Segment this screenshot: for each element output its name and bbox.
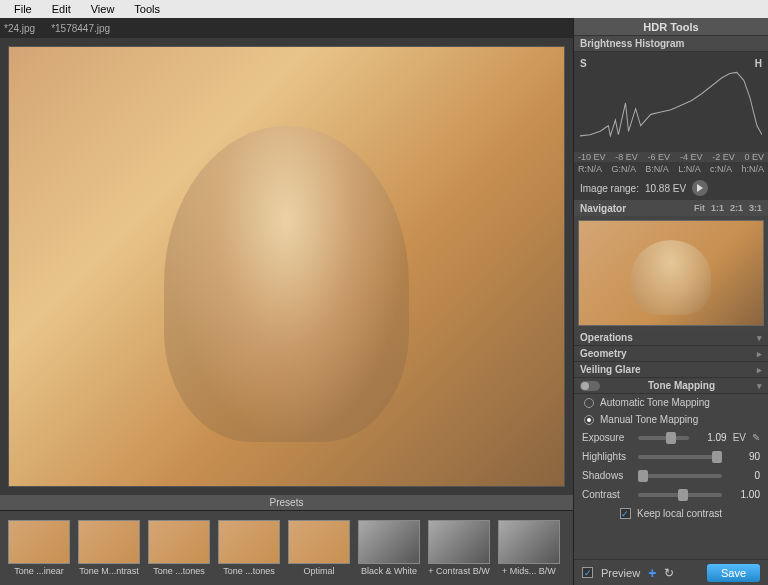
veiling-glare-header[interactable]: Veiling Glare▸ [574, 362, 768, 378]
preset-label: Tone M...ntrast [79, 566, 139, 576]
chevron-right-icon: ▸ [757, 365, 762, 375]
preset-label: Tone ...inear [14, 566, 64, 576]
preset-label: Optimal [303, 566, 334, 576]
contrast-label: Contrast [582, 489, 632, 500]
manual-tone-radio[interactable] [584, 415, 594, 425]
exposure-slider[interactable] [638, 436, 689, 440]
chevron-down-icon: ▾ [757, 381, 762, 391]
preset-item[interactable]: Black & White [356, 520, 422, 576]
image-range-row: Image range: 10.88 EV [574, 176, 768, 200]
exposure-label: Exposure [582, 432, 632, 443]
shadows-value: 0 [728, 470, 760, 481]
histogram-header: Brightness Histogram [574, 36, 768, 52]
contrast-slider[interactable] [638, 493, 722, 497]
presets-strip: Tone ...inearTone M...ntrastTone ...tone… [0, 511, 573, 585]
shadows-slider[interactable] [638, 474, 722, 478]
highlights-value: 90 [728, 451, 760, 462]
preset-item[interactable]: Optimal [286, 520, 352, 576]
channel-label: c:N/A [710, 164, 732, 174]
zoom-2-1[interactable]: 2:1 [730, 203, 743, 213]
ev-labels: -10 EV-8 EV-6 EV-4 EV-2 EV0 EV [574, 152, 768, 162]
preview-checkbox[interactable]: ✓ [582, 567, 593, 578]
auto-tone-label: Automatic Tone Mapping [600, 397, 710, 408]
manual-tone-row[interactable]: Manual Tone Mapping [574, 411, 768, 428]
preset-item[interactable]: Tone M...ntrast [76, 520, 142, 576]
tone-mapping-header[interactable]: Tone Mapping▾ [574, 378, 768, 394]
panel-title: HDR Tools [574, 18, 768, 36]
play-button[interactable] [692, 180, 708, 196]
channel-label: G:N/A [611, 164, 636, 174]
preset-thumb [358, 520, 420, 564]
keep-local-checkbox[interactable]: ✓ [620, 508, 631, 519]
highlights-label: Highlights [582, 451, 632, 462]
geometry-header[interactable]: Geometry▸ [574, 346, 768, 362]
right-panel: HDR Tools Brightness Histogram SH -10 EV… [573, 18, 768, 585]
brightness-histogram: SH [574, 52, 768, 152]
add-icon[interactable]: + [648, 565, 656, 581]
document-tabs: *24.jpg *1578447.jpg [0, 18, 573, 38]
menubar: File Edit View Tools [0, 0, 768, 18]
manual-tone-label: Manual Tone Mapping [600, 414, 698, 425]
preset-item[interactable]: + Mids... B/W [496, 520, 562, 576]
preset-label: + Contrast B/W [428, 566, 489, 576]
preset-item[interactable]: Tone ...tones [146, 520, 212, 576]
ev-label: -6 EV [648, 152, 671, 162]
preset-item[interactable]: + Contrast B/W [426, 520, 492, 576]
channel-label: R:N/A [578, 164, 602, 174]
tab-1[interactable]: *1578447.jpg [51, 23, 110, 34]
ev-label: -8 EV [615, 152, 638, 162]
keep-local-row[interactable]: ✓ Keep local contrast [574, 504, 768, 523]
contrast-row: Contrast 1.00 [574, 485, 768, 504]
shadows-row: Shadows 0 [574, 466, 768, 485]
menu-edit[interactable]: Edit [42, 3, 81, 15]
zoom-1-1[interactable]: 1:1 [711, 203, 724, 213]
menu-tools[interactable]: Tools [124, 3, 170, 15]
auto-tone-radio[interactable] [584, 398, 594, 408]
svg-marker-0 [697, 184, 703, 192]
preview-label: Preview [601, 567, 640, 579]
eyedropper-icon[interactable]: ✎ [752, 432, 760, 443]
preset-thumb [148, 520, 210, 564]
zoom-3-1[interactable]: 3:1 [749, 203, 762, 213]
menu-view[interactable]: View [81, 3, 125, 15]
channel-label: L:N/A [678, 164, 701, 174]
preset-label: Tone ...tones [153, 566, 205, 576]
channel-readouts: R:N/AG:N/AB:N/AL:N/Ac:N/Ah:N/A [574, 162, 768, 176]
navigator-thumbnail[interactable] [578, 220, 764, 326]
save-button[interactable]: Save [707, 564, 760, 582]
preset-item[interactable]: Tone ...tones [216, 520, 282, 576]
preset-thumb [498, 520, 560, 564]
tone-toggle[interactable] [580, 381, 600, 391]
chevron-right-icon: ▸ [757, 349, 762, 359]
menu-file[interactable]: File [4, 3, 42, 15]
panel-footer: ✓ Preview + ↻ Save [574, 559, 768, 585]
preset-label: Tone ...tones [223, 566, 275, 576]
navigator-title: Navigator [580, 203, 626, 214]
operations-header[interactable]: Operations▾ [574, 330, 768, 346]
ev-label: -10 EV [578, 152, 606, 162]
highlights-slider[interactable] [638, 455, 722, 459]
contrast-value: 1.00 [728, 489, 760, 500]
preset-thumb [218, 520, 280, 564]
preset-label: + Mids... B/W [502, 566, 556, 576]
shadows-label: Shadows [582, 470, 632, 481]
preset-thumb [78, 520, 140, 564]
hist-h: H [755, 58, 762, 69]
preset-item[interactable]: Tone ...inear [6, 520, 72, 576]
zoom-fit[interactable]: Fit [694, 203, 705, 213]
preset-label: Black & White [361, 566, 417, 576]
tab-0[interactable]: *24.jpg [4, 23, 35, 34]
presets-header: Presets [0, 495, 573, 511]
preset-thumb [8, 520, 70, 564]
image-preview [8, 46, 565, 487]
auto-tone-row[interactable]: Automatic Tone Mapping [574, 394, 768, 411]
preset-thumb [288, 520, 350, 564]
refresh-icon[interactable]: ↻ [664, 566, 674, 580]
canvas[interactable] [0, 38, 573, 495]
ev-unit: EV [733, 432, 746, 443]
channel-label: B:N/A [645, 164, 669, 174]
ev-label: 0 EV [744, 152, 764, 162]
ev-label: -2 EV [712, 152, 735, 162]
exposure-value: 1.09 [695, 432, 727, 443]
histogram-graph [580, 69, 762, 137]
